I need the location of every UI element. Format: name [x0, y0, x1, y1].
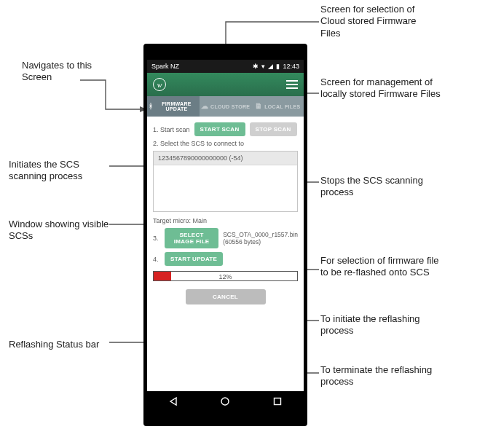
scs-list-item[interactable]: 1234567890000000000 (-54)	[154, 152, 297, 165]
nav-recent-button[interactable]	[272, 396, 283, 406]
nav-back-button[interactable]	[168, 396, 178, 406]
nav-home-button[interactable]	[220, 396, 230, 406]
app-bar: w	[147, 73, 304, 96]
target-micro-value: Main	[193, 217, 208, 224]
annotation-status-bar: Reflashing Status bar	[9, 339, 111, 350]
android-nav-bar	[147, 391, 304, 412]
menu-button[interactable]	[286, 80, 298, 89]
tab-label: FIRMWARE UPDATE	[155, 101, 197, 111]
bluetooth-icon: ᚼ	[149, 103, 153, 110]
tab-label: CLOUD STORE	[210, 104, 250, 109]
phone-frame: Spark NZ ✱ ▾ ◢ ▮ 12:43 w ᚼ FIRMWARE UPDA…	[143, 44, 307, 426]
file-icon: 🗎	[255, 103, 262, 110]
svg-point-0	[221, 398, 229, 405]
app-logo-icon: w	[153, 78, 166, 91]
annotation-window: Window showing visible SCSs	[9, 219, 111, 243]
tab-label: LOCAL FILES	[264, 104, 300, 109]
step2-label: 2. Select the SCS to connect to	[153, 140, 298, 147]
wifi-icon: ▾	[261, 63, 265, 70]
step1-label: 1. Start scan	[153, 126, 190, 133]
stop-scan-button[interactable]: STOP SCAN	[250, 122, 297, 136]
battery-icon: ▮	[276, 63, 280, 70]
start-update-button[interactable]: START UPDATE	[165, 252, 223, 266]
target-micro-label: Target micro:	[153, 217, 191, 224]
scs-list[interactable]: 1234567890000000000 (-54)	[153, 151, 298, 212]
bluetooth-icon: ✱	[253, 63, 259, 70]
signal-icon: ◢	[268, 63, 273, 70]
annotation-file-select: For selection of firmware file to be re-…	[320, 255, 444, 279]
tab-cloud-store[interactable]: ☁ CLOUD STORE	[200, 96, 252, 117]
clock-label: 12:43	[283, 63, 299, 70]
step3-num: 3.	[153, 235, 160, 242]
select-image-file-button[interactable]: SELECT IMAGE FILE	[165, 228, 218, 248]
svg-rect-1	[275, 398, 281, 405]
annotation-stop-scan: Stops the SCS scanning process	[320, 175, 430, 199]
tab-bar: ᚼ FIRMWARE UPDATE ☁ CLOUD STORE 🗎 LOCAL …	[147, 96, 304, 117]
annotation-start-update: To initiate the reflashing process	[320, 313, 430, 337]
screen: Spark NZ ✱ ▾ ◢ ▮ 12:43 w ᚼ FIRMWARE UPDA…	[147, 60, 304, 412]
annotation-cloud-tab: Screen for selection of Cloud stored Fir…	[320, 4, 437, 39]
reflash-progress-bar: 12%	[153, 271, 298, 281]
main-content: 1. Start scan START SCAN STOP SCAN 2. Se…	[147, 117, 304, 391]
annotation-cancel: To terminate the reflashing process	[320, 364, 437, 388]
start-scan-button[interactable]: START SCAN	[194, 122, 245, 136]
annotation-start-scan: Initiates the SCS scanning process	[9, 159, 111, 183]
annotation-navigate: Navigates to this Screen	[22, 60, 102, 84]
progress-percent: 12%	[154, 272, 297, 282]
tab-firmware-update[interactable]: ᚼ FIRMWARE UPDATE	[147, 96, 200, 117]
android-status-bar: Spark NZ ✱ ▾ ◢ ▮ 12:43	[147, 60, 304, 73]
carrier-label: Spark NZ	[151, 63, 179, 70]
cancel-button[interactable]: CANCEL	[186, 289, 266, 304]
cloud-icon: ☁	[201, 103, 208, 110]
step4-num: 4.	[153, 256, 160, 263]
selected-file-info: SCS_OTA_0000_r1557.bin (60556 bytes)	[223, 231, 298, 245]
tab-local-files[interactable]: 🗎 LOCAL FILES	[251, 96, 304, 117]
annotation-local-tab: Screen for management of locally stored …	[320, 76, 444, 101]
